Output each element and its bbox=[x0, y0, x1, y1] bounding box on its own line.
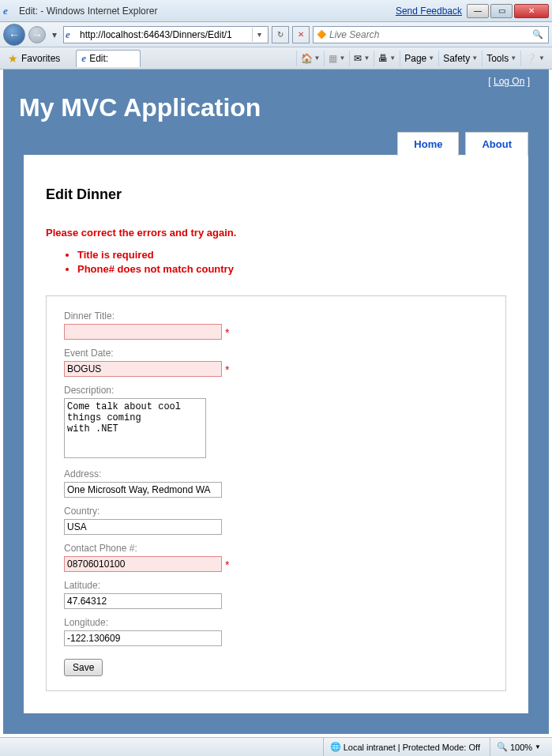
maximize-button[interactable]: ▭ bbox=[490, 4, 513, 18]
input-event-date[interactable] bbox=[64, 361, 222, 377]
input-country[interactable] bbox=[64, 519, 222, 535]
window-titlebar: e Edit: - Windows Internet Explorer Send… bbox=[0, 0, 552, 22]
label-latitude: Latitude: bbox=[64, 580, 488, 591]
tools-menu-label: Tools bbox=[486, 53, 509, 64]
label-phone: Contact Phone #: bbox=[64, 543, 488, 554]
refresh-button[interactable]: ↻ bbox=[272, 26, 289, 43]
tab-toolbar: ★ Favorites e Edit: 🏠▼ ▦▼ ✉▼ 🖶▼ Page▼ Sa… bbox=[0, 47, 552, 70]
page-viewport: [ Log On ] My MVC Application Home About… bbox=[3, 70, 549, 734]
validation-summary: Please correct the errors and try again. bbox=[46, 227, 506, 239]
search-input[interactable] bbox=[329, 29, 528, 40]
mail-button[interactable]: ✉▼ bbox=[349, 51, 374, 66]
window-buttons: — ▭ ✕ bbox=[465, 4, 549, 18]
tab-about[interactable]: About bbox=[465, 132, 528, 156]
url-input[interactable] bbox=[80, 29, 252, 40]
logon-row: [ Log On ] bbox=[3, 70, 549, 87]
home-icon: 🏠 bbox=[301, 53, 313, 64]
required-marker: * bbox=[225, 326, 229, 339]
safety-menu[interactable]: Safety▼ bbox=[438, 51, 482, 66]
tab-favicon: e bbox=[81, 52, 86, 65]
label-longitude: Longitude: bbox=[64, 617, 488, 628]
recent-dropdown[interactable]: ▾ bbox=[49, 27, 60, 43]
home-button[interactable]: 🏠▼ bbox=[296, 51, 325, 66]
close-button[interactable]: ✕ bbox=[514, 4, 549, 18]
page-menu[interactable]: Page▼ bbox=[400, 51, 438, 66]
input-longitude[interactable] bbox=[64, 630, 222, 646]
search-bar[interactable]: 🔶 🔍 bbox=[313, 26, 549, 43]
form-fieldset: Dinner Title: * Event Date: * Descriptio… bbox=[46, 295, 506, 691]
save-button[interactable]: Save bbox=[64, 659, 103, 676]
back-button[interactable]: ← bbox=[3, 24, 25, 46]
print-icon: 🖶 bbox=[378, 53, 388, 64]
help-icon: ❔ bbox=[525, 53, 537, 64]
minimize-button[interactable]: — bbox=[467, 4, 489, 18]
validation-error-item: Title is required bbox=[77, 248, 506, 262]
help-button[interactable]: ❔▼ bbox=[520, 51, 549, 66]
label-description: Description: bbox=[64, 385, 488, 396]
status-bar: 🌐 Local intranet | Protected Mode: Off 🔍… bbox=[0, 737, 552, 756]
zone-text: Local intranet | Protected Mode: Off bbox=[344, 743, 480, 752]
page-menu-label: Page bbox=[404, 53, 426, 64]
page-favicon: e bbox=[66, 28, 78, 41]
safety-menu-label: Safety bbox=[443, 53, 470, 64]
search-button[interactable]: 🔍 bbox=[531, 28, 545, 42]
label-title: Dinner Title: bbox=[64, 310, 488, 322]
address-bar[interactable]: e ▾ bbox=[63, 26, 268, 43]
bing-icon: 🔶 bbox=[317, 30, 326, 39]
favorites-label: Favorites bbox=[21, 53, 60, 64]
rss-icon: ▦ bbox=[329, 53, 337, 64]
input-title[interactable] bbox=[64, 324, 222, 340]
favorites-button[interactable]: ★ Favorites bbox=[3, 51, 65, 66]
input-address[interactable] bbox=[64, 482, 222, 498]
star-icon: ★ bbox=[8, 52, 18, 65]
validation-error-item: Phone# does not match country bbox=[77, 262, 506, 276]
input-description[interactable]: Come talk about cool things coming with … bbox=[64, 398, 206, 458]
required-marker: * bbox=[225, 559, 229, 571]
forward-button[interactable]: → bbox=[28, 26, 46, 43]
label-address: Address: bbox=[64, 468, 488, 480]
tab-title: Edit: bbox=[89, 53, 108, 64]
url-dropdown[interactable]: ▾ bbox=[252, 28, 266, 42]
zoom-icon: 🔍 bbox=[497, 742, 508, 752]
feeds-button[interactable]: ▦▼ bbox=[324, 51, 349, 66]
status-zone[interactable]: 🌐 Local intranet | Protected Mode: Off bbox=[323, 738, 486, 756]
ie-icon: e bbox=[3, 5, 16, 17]
status-zoom[interactable]: 🔍 100% ▼ bbox=[490, 738, 547, 756]
page-heading: Edit Dinner bbox=[46, 186, 506, 203]
validation-errors: Title is required Phone# does not match … bbox=[77, 248, 506, 276]
mail-icon: ✉ bbox=[354, 53, 362, 64]
input-phone[interactable] bbox=[64, 556, 222, 572]
globe-icon: 🌐 bbox=[330, 742, 341, 752]
input-latitude[interactable] bbox=[64, 593, 222, 609]
print-button[interactable]: 🖶▼ bbox=[374, 51, 400, 66]
window-title: Edit: - Windows Internet Explorer bbox=[19, 6, 396, 17]
app-title: My MVC Application bbox=[3, 87, 549, 132]
nav-toolbar: ← → ▾ e ▾ ↻ ✕ 🔶 🔍 bbox=[0, 22, 552, 47]
nav-tabs: Home About bbox=[3, 132, 549, 156]
logon-link[interactable]: Log On bbox=[494, 76, 524, 87]
command-bar: 🏠▼ ▦▼ ✉▼ 🖶▼ Page▼ Safety▼ Tools▼ ❔▼ bbox=[296, 51, 549, 66]
zoom-dropdown[interactable]: ▼ bbox=[535, 743, 541, 750]
stop-button[interactable]: ✕ bbox=[292, 26, 310, 43]
required-marker: * bbox=[225, 363, 229, 376]
zoom-text: 100% bbox=[510, 743, 532, 752]
tab-home[interactable]: Home bbox=[397, 132, 459, 156]
tools-menu[interactable]: Tools▼ bbox=[482, 51, 520, 66]
label-country: Country: bbox=[64, 506, 488, 517]
tab-current[interactable]: e Edit: bbox=[76, 50, 141, 67]
page-content: Edit Dinner Please correct the errors an… bbox=[24, 155, 528, 713]
label-event-date: Event Date: bbox=[64, 348, 488, 359]
send-feedback-link[interactable]: Send Feedback bbox=[396, 6, 462, 17]
